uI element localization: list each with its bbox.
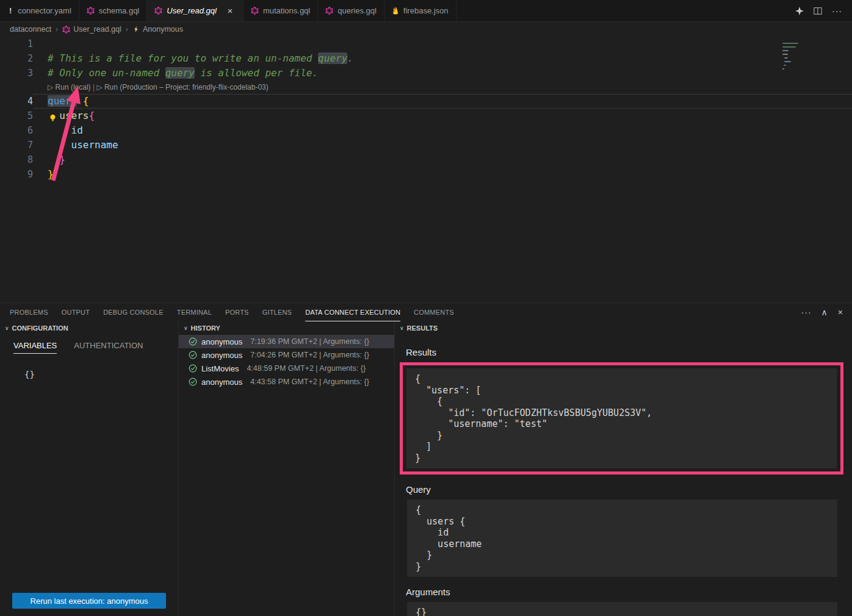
graphql-icon [62,26,70,34]
panel-tab-bar: PROBLEMSOUTPUTDEBUG CONSOLETERMINALPORTS… [0,303,852,321]
panel-tab-terminal[interactable]: TERMINAL [177,303,212,321]
editor[interactable]: 12# This is a file for you to write an u… [0,37,852,303]
panel-tab-debug-console[interactable]: DEBUG CONSOLE [103,303,164,321]
tab-queries-gql[interactable]: queries.gql [318,0,384,21]
code-text: users{ [33,109,95,123]
line-number: 1 [0,37,33,51]
graphql-icon [251,7,259,15]
history-item-detail: 7:19:36 PM GMT+2 | Arguments: {} [250,337,369,346]
code-text [33,37,48,51]
rerun-button[interactable]: Rerun last execution: anonymous [12,593,166,609]
firebase-icon [392,7,399,15]
breadcrumb-item-dataconnect[interactable]: dataconnect [10,25,51,34]
arguments-heading: Arguments [406,587,852,597]
editor-more-icon[interactable]: ··· [832,6,842,16]
panel-more-icon[interactable]: ··· [801,307,812,317]
line-number: 9 [0,167,33,182]
results-header[interactable]: ∨ RESULTS [395,321,852,335]
code-text: query { [33,94,88,109]
symbol-event-icon [132,26,140,33]
line-number: 7 [0,138,33,152]
chevron-down-icon: ∨ [5,325,9,331]
codelens-run-production[interactable]: ▷ Run (Production – Project: friendly-fl… [96,83,268,91]
history-item-name: anonymous [201,351,242,360]
code-line-3[interactable]: 3# Only one un-named query is allowed pe… [0,66,852,81]
code-text: id [33,123,83,138]
code-text: } [33,167,54,182]
tab-firebase-json[interactable]: firebase.json [384,0,457,21]
configuration-section: ∨ CONFIGURATION VARIABLES AUTHENTICATION… [0,321,179,616]
panel-tab-data-connect-execution[interactable]: DATA CONNECT EXECUTION [305,303,400,321]
line-number: 5 [0,109,33,123]
history-list: anonymous7:19:36 PM GMT+2 | Arguments: {… [179,335,394,389]
tab-schema-gql[interactable]: schema.gql [79,0,147,21]
warning-icon: ! [7,6,13,15]
panel-actions: ··· ∧ × [801,307,852,317]
graphql-icon [87,7,95,15]
results-json: { "users": [ { "id": "OrTucFODZHTksvBSBU… [406,368,837,468]
editor-actions: ··· [795,0,852,21]
configuration-tabs: VARIABLES AUTHENTICATION [0,335,178,354]
tab-mutations-gql[interactable]: mutations.gql [244,0,318,21]
history-item-name: ListMovies [201,364,239,373]
history-item[interactable]: anonymous7:19:36 PM GMT+2 | Arguments: {… [179,335,394,348]
history-header[interactable]: ∨ HISTORY [179,321,394,335]
panel-tabs: PROBLEMSOUTPUTDEBUG CONSOLETERMINALPORTS… [10,303,468,321]
breadcrumb-item-anonymous[interactable]: Anonymous [132,25,183,34]
tab-user-read-gql[interactable]: User_read.gql× [147,0,244,21]
code-line-9[interactable]: 9} [0,167,852,182]
code-text: # Only one un-named query is allowed per… [33,66,318,81]
code-line-2[interactable]: 2# This is a file for you to write an un… [0,51,852,66]
codelens-run-local[interactable]: ▷ Run (local) [48,83,91,91]
check-circle-icon [189,378,197,386]
close-icon[interactable]: × [225,5,236,16]
codelens-row: ▷ Run (local) | ▷ Run (Production – Proj… [0,81,852,94]
chevron-down-icon: ∨ [400,325,404,331]
history-item-detail: 4:43:58 PM GMT+2 | Arguments: {} [250,378,369,386]
breadcrumb-separator: › [125,25,129,34]
tab-connector-yaml[interactable]: !connector.yaml [0,0,79,21]
bottom-panel: PROBLEMSOUTPUTDEBUG CONSOLETERMINALPORTS… [0,303,852,616]
tab-authentication[interactable]: AUTHENTICATION [74,341,143,354]
panel-tab-gitlens[interactable]: GITLENS [262,303,292,321]
history-item-name: anonymous [201,378,242,387]
panel-tab-comments[interactable]: COMMENTS [414,303,454,321]
minimap[interactable] [782,40,801,72]
line-number: 4 [0,94,33,109]
history-item[interactable]: anonymous4:43:58 PM GMT+2 | Arguments: {… [179,375,394,389]
variables-value[interactable]: {} [24,370,178,379]
panel-tab-output[interactable]: OUTPUT [62,303,90,321]
history-item-detail: 4:48:59 PM GMT+2 | Arguments: {} [247,364,366,373]
code-line-1[interactable]: 1 [0,37,852,51]
panel-tab-ports[interactable]: PORTS [225,303,249,321]
breadcrumb-item-user-read-gql[interactable]: User_read.gql [62,25,121,34]
copilot-sparkle-icon[interactable] [795,7,804,15]
editor-lines: 12# This is a file for you to write an u… [0,37,852,182]
panel-maximize-icon[interactable]: ∧ [821,307,828,317]
tab-label: schema.gql [99,6,139,15]
line-number: 3 [0,66,33,81]
configuration-header[interactable]: ∨ CONFIGURATION [0,321,178,335]
history-title: HISTORY [191,324,220,332]
history-item[interactable]: anonymous7:04:26 PM GMT+2 | Arguments: {… [179,348,394,362]
code-line-8[interactable]: 8 } [0,152,852,167]
code-line-6[interactable]: 6 id [0,123,852,138]
breadcrumb-label: Anonymous [143,25,183,34]
history-item[interactable]: ListMovies4:48:59 PM GMT+2 | Arguments: … [179,362,394,375]
split-editor-icon[interactable] [814,7,822,15]
line-number: 2 [0,51,33,66]
code-line-4[interactable]: 4query { [0,94,852,109]
panel-body: ∨ CONFIGURATION VARIABLES AUTHENTICATION… [0,321,852,616]
code-line-5[interactable]: 5 users{ [0,109,852,123]
results-heading: Results [406,347,852,357]
panel-tab-problems[interactable]: PROBLEMS [10,303,48,321]
tab-label: connector.yaml [18,6,71,15]
panel-close-icon[interactable]: × [838,307,843,317]
results-scroll[interactable]: Results { "users": [ { "id": "OrTucFODZH… [395,335,852,616]
check-circle-icon [189,364,197,373]
line-number: 6 [0,123,33,138]
code-line-7[interactable]: 7 username [0,138,852,152]
breadcrumb-label: dataconnect [10,25,51,34]
tab-variables[interactable]: VARIABLES [13,341,57,354]
breadcrumb: dataconnect›User_read.gql›Anonymous [0,22,852,37]
